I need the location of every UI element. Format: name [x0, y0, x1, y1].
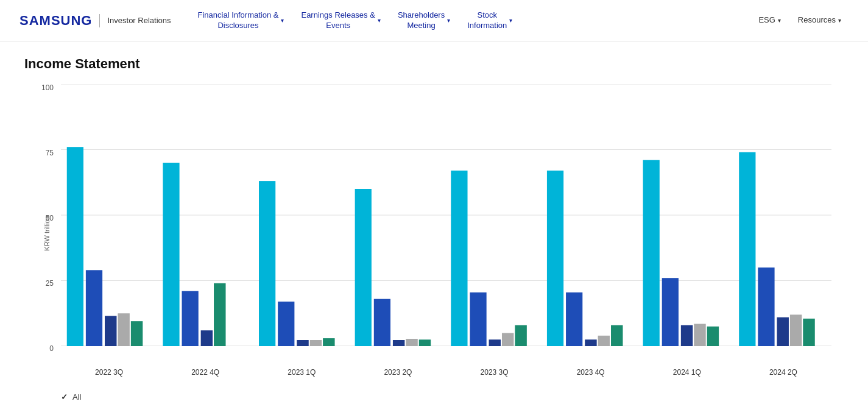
bar-2023-4q-np: [611, 325, 623, 346]
nav-shareholders[interactable]: ShareholdersMeeting ▾: [390, 5, 457, 36]
bar-2022-3q-np: [131, 321, 143, 346]
bar-2023-1q-op: [297, 340, 308, 346]
x-label-2024-2q: 2024 2Q: [735, 368, 831, 377]
bar-2023-2q-gross: [374, 299, 390, 346]
bar-2022-4q-np: [214, 283, 225, 346]
nav-stock-chevron: ▾: [509, 16, 512, 24]
nav-shareholders-chevron: ▾: [447, 16, 450, 24]
main-content: Income Statement KRW trillion 100 75 50 …: [0, 41, 868, 404]
nav-stock-label: StockInformation: [467, 10, 507, 31]
chart-legend: ✓ All ✓ Revenue ✓ Gross profit ✓ Operati…: [24, 392, 844, 404]
y-label-25: 25: [46, 280, 54, 287]
bar-2022-3q-gross: [86, 270, 102, 346]
nav-esg[interactable]: ESG ▾: [751, 10, 788, 30]
bar-2023-1q-np: [323, 338, 334, 346]
y-label-0: 0: [49, 345, 54, 352]
bar-2024-1q-gross: [662, 278, 679, 346]
bar-2024-2q-revenue: [739, 152, 755, 346]
nav-shareholders-label: ShareholdersMeeting: [398, 10, 445, 31]
bar-2023-4q-pbt: [598, 336, 610, 346]
bar-2024-2q-gross: [758, 268, 774, 346]
nav-resources-chevron: ▾: [838, 16, 841, 24]
bar-2022-3q-pbt: [118, 313, 129, 346]
bar-2022-4q-revenue: [163, 163, 179, 346]
bar-2024-1q-revenue: [643, 160, 660, 346]
bar-2023-4q-gross: [566, 292, 582, 346]
nav-financial-info-label: Financial Information &Disclosures: [198, 10, 279, 31]
x-label-2023-4q: 2023 4Q: [543, 368, 639, 377]
x-label-2023-2q: 2023 2Q: [350, 368, 446, 377]
nav-resources-label: Resources: [798, 15, 836, 26]
bar-2024-1q-pbt: [694, 324, 705, 346]
nav-earnings-label: Earnings Releases &Events: [301, 10, 375, 31]
bar-2024-2q-np: [803, 319, 814, 346]
samsung-logo: SAMSUNG: [19, 13, 92, 29]
nav-financial-info-chevron: ▾: [281, 16, 284, 24]
x-label-2022-4q: 2022 4Q: [157, 368, 253, 377]
bar-2023-1q-revenue: [259, 181, 275, 346]
bar-2023-1q-pbt: [310, 340, 322, 346]
bar-2022-3q-op: [105, 316, 116, 347]
bar-2023-3q-np: [515, 325, 526, 346]
logo-area: SAMSUNG Investor Relations: [19, 13, 171, 29]
x-label-2024-1q: 2024 1Q: [639, 368, 735, 377]
income-statement-chart: KRW trillion 100 75 50 25 0: [24, 84, 844, 383]
header: SAMSUNG Investor Relations Financial Inf…: [0, 0, 868, 41]
x-label-2022-3q: 2022 3Q: [61, 368, 157, 377]
bar-2023-3q-pbt: [502, 333, 513, 347]
bar-2023-2q-op: [393, 340, 404, 346]
bar-2023-3q-gross: [470, 292, 486, 346]
y-label-50: 50: [46, 214, 54, 222]
bar-2022-3q-revenue: [67, 147, 83, 346]
nav-esg-chevron: ▾: [778, 16, 781, 24]
nav-financial-info[interactable]: Financial Information &Disclosures ▾: [191, 5, 292, 36]
page-title: Income Statement: [24, 56, 844, 72]
investor-relations-label: Investor Relations: [107, 16, 171, 25]
nav-resources[interactable]: Resources ▾: [791, 10, 849, 30]
bar-2023-3q-op: [489, 339, 501, 346]
bar-2023-1q-gross: [278, 302, 294, 346]
bar-2023-4q-op: [585, 339, 596, 346]
bar-2023-2q-revenue: [355, 189, 372, 346]
nav-stock[interactable]: StockInformation ▾: [460, 5, 520, 36]
x-axis-labels: 2022 3Q 2022 4Q 2023 1Q 2023 2Q 2023 3Q …: [61, 368, 831, 377]
bar-2023-2q-pbt: [406, 339, 417, 346]
bar-2024-2q-op: [777, 317, 788, 346]
bar-2024-2q-pbt: [790, 314, 802, 346]
nav-esg-label: ESG: [758, 15, 775, 26]
nav-right: ESG ▾ Resources ▾: [751, 10, 849, 30]
chart-svg: [61, 84, 831, 346]
bar-2023-4q-revenue: [547, 171, 563, 346]
legend-all-label: All: [72, 392, 81, 402]
bar-2024-1q-op: [681, 325, 693, 346]
nav-earnings[interactable]: Earnings Releases &Events ▾: [294, 5, 387, 36]
x-label-2023-3q: 2023 3Q: [446, 368, 543, 377]
bar-2023-2q-np: [419, 339, 431, 346]
bar-2022-4q-gross: [182, 291, 199, 346]
nav-earnings-chevron: ▾: [378, 16, 381, 24]
legend-all-item[interactable]: ✓ All: [61, 392, 844, 402]
y-label-75: 75: [46, 149, 54, 157]
y-label-100: 100: [41, 84, 54, 91]
bar-2023-3q-revenue: [451, 171, 467, 346]
y-axis-labels: 100 75 50 25 0: [41, 84, 58, 352]
x-label-2023-1q: 2023 1Q: [253, 368, 350, 377]
main-nav: Financial Information &Disclosures ▾ Ear…: [191, 5, 849, 36]
logo-divider: [99, 14, 100, 27]
bar-2024-1q-np: [707, 327, 719, 346]
bar-2022-4q-op: [201, 330, 213, 346]
legend-all-check: ✓: [61, 392, 68, 402]
